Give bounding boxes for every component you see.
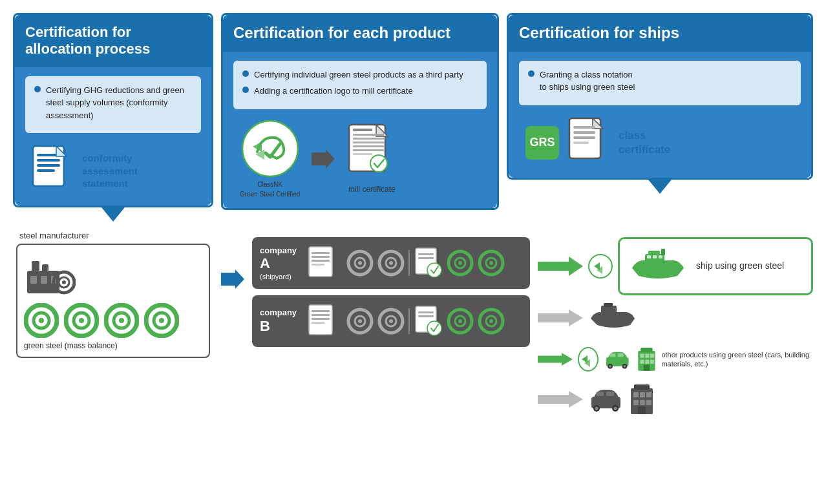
svg-marker-121 xyxy=(538,391,583,408)
svg-rect-50 xyxy=(312,256,330,258)
svg-point-40 xyxy=(79,318,84,323)
car-green-icon xyxy=(604,346,631,372)
classnk-label-line2: Green Steel Certified xyxy=(240,189,300,199)
green-steel-label: green steel (mass balance) xyxy=(24,341,202,350)
svg-point-58 xyxy=(389,261,393,265)
svg-rect-132 xyxy=(646,392,651,397)
products-gray-row xyxy=(538,383,813,415)
svg-point-19 xyxy=(370,155,387,172)
svg-rect-13 xyxy=(353,134,384,136)
company-a-letter: A xyxy=(260,255,302,272)
svg-point-6 xyxy=(242,121,298,176)
svg-rect-24 xyxy=(573,136,595,139)
ships-cert-area: GRS class certificate xyxy=(519,117,801,169)
company-a-items xyxy=(307,246,522,281)
svg-rect-114 xyxy=(645,354,649,358)
svg-rect-116 xyxy=(640,360,644,364)
products-row: other products using green steel (cars, … xyxy=(538,343,813,375)
ships-arrow-down xyxy=(648,180,672,194)
cert-arrow-icon xyxy=(312,149,335,169)
manufacturer-box: green steel (mass balance) xyxy=(16,244,210,358)
mill-cert-label: mill certificate xyxy=(348,184,396,195)
product-content: Certifying individual green steel produc… xyxy=(223,52,497,208)
svg-marker-99 xyxy=(538,310,583,326)
mill-cert-area: mill certificate xyxy=(346,123,397,195)
gray-arrow-ship xyxy=(538,310,583,326)
svg-point-89 xyxy=(489,319,493,323)
svg-rect-110 xyxy=(609,353,615,357)
svg-rect-101 xyxy=(604,303,613,307)
mfg-to-companies-arrow xyxy=(221,269,244,289)
ships-content: Granting a class notation to ships using… xyxy=(509,52,811,178)
svg-point-126 xyxy=(614,407,617,410)
svg-rect-82 xyxy=(418,315,434,317)
svg-rect-73 xyxy=(312,322,324,324)
classnk-logo-area: ClassNK Green Steel Certified xyxy=(240,120,300,199)
green-coil-4 xyxy=(144,303,179,338)
classnk-label: ClassNK Green Steel Certified xyxy=(240,180,300,199)
svg-marker-9 xyxy=(312,149,335,169)
bullet-dot-3 xyxy=(242,87,249,93)
company-a-green-coil2 xyxy=(478,249,505,277)
company-a-name: company xyxy=(260,246,302,256)
svg-rect-113 xyxy=(640,354,644,358)
company-a-box: company A (shipyard) xyxy=(252,237,530,289)
svg-rect-14 xyxy=(353,138,384,140)
class-cert-label-1: class xyxy=(619,129,670,143)
product-bullet2-text: Adding a certification logo to mill cert… xyxy=(254,85,413,98)
svg-rect-30 xyxy=(41,276,47,284)
classnk-label-line1: ClassNK xyxy=(240,180,300,189)
svg-rect-25 xyxy=(573,142,589,144)
ship-green-box: ship using green steel xyxy=(618,237,813,295)
product-header: Certification for each product xyxy=(223,15,497,52)
allocation-box: Certification for allocation process Cer… xyxy=(13,13,213,207)
classnk-small-badge xyxy=(588,254,613,278)
ship-green-icon xyxy=(629,249,687,284)
svg-rect-23 xyxy=(573,131,595,134)
svg-rect-130 xyxy=(633,392,639,397)
svg-rect-16 xyxy=(353,145,384,147)
grs-badge: GRS xyxy=(525,126,559,160)
car-gray-icon xyxy=(588,386,624,412)
ship-gray-icon xyxy=(588,302,640,334)
svg-point-83 xyxy=(427,321,441,335)
svg-rect-51 xyxy=(312,260,330,262)
svg-rect-3 xyxy=(37,164,60,167)
main-diagram: Certification for allocation process Cer… xyxy=(0,0,826,504)
product-bullet1-text: Certifying individual green steel produc… xyxy=(254,68,463,81)
svg-point-62 xyxy=(427,263,441,277)
svg-rect-111 xyxy=(618,353,624,357)
bottom-row: steel manufacturer xyxy=(13,231,813,415)
company-a-green-coil1 xyxy=(447,249,474,277)
ship-green-row: ship using green steel xyxy=(538,237,813,295)
building-gray-icon xyxy=(629,383,655,415)
ships-bullet1-text: Granting a class notation to ships using… xyxy=(540,68,635,94)
svg-point-124 xyxy=(595,407,598,410)
manufacturer-area: steel manufacturer xyxy=(13,231,213,358)
classnk-small-icon xyxy=(591,257,609,275)
allocation-header: Certification for allocation process xyxy=(15,15,211,67)
svg-rect-98 xyxy=(661,249,665,255)
svg-rect-133 xyxy=(633,400,639,405)
company-b-green-coil1 xyxy=(447,308,474,335)
allocation-arrow-down xyxy=(101,207,125,222)
conformity-label: conformity assessment statement xyxy=(82,152,138,190)
product-title: Certification for each product xyxy=(233,24,450,41)
bullet-dot-4 xyxy=(528,70,535,77)
svg-rect-118 xyxy=(650,360,653,364)
svg-point-37 xyxy=(39,318,44,323)
factory-area xyxy=(24,251,202,297)
classnk-logo-icon xyxy=(241,120,299,178)
col-allocation: Certification for allocation process Cer… xyxy=(13,13,213,223)
mill-cert-icon xyxy=(346,123,397,182)
ships-bullet1: Granting a class notation to ships using… xyxy=(528,68,792,94)
allocation-title: Certification for allocation process xyxy=(25,24,150,57)
svg-rect-22 xyxy=(573,126,595,129)
company-a-label: company A (shipyard) xyxy=(260,246,302,281)
company-a-coil2 xyxy=(377,249,405,277)
conformity-doc-icon xyxy=(30,145,74,196)
svg-point-43 xyxy=(119,318,124,323)
svg-rect-15 xyxy=(353,142,384,143)
conformity-label-1: conformity xyxy=(82,152,138,165)
svg-point-107 xyxy=(609,365,611,368)
